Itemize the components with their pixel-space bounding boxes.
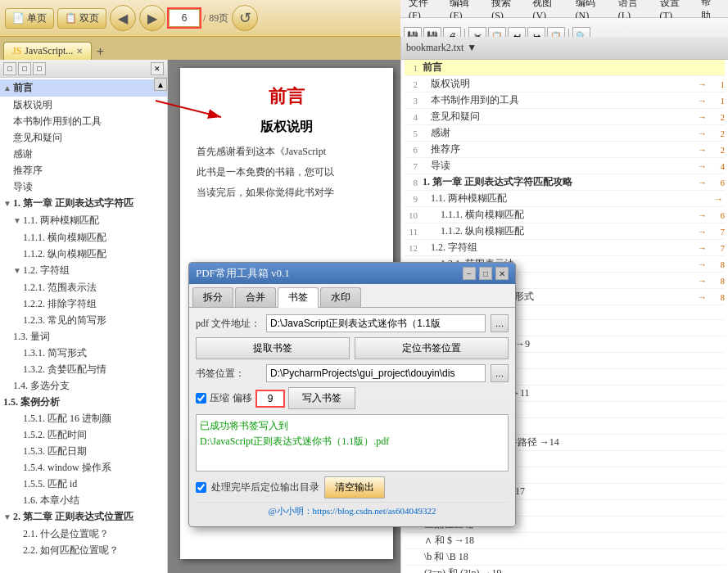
outline-tree-item[interactable]: 1.5. 案例分析: [0, 394, 167, 410]
clear-output-btn[interactable]: 清空输出: [324, 476, 385, 499]
bm-num: 6: [405, 145, 421, 155]
outline-tree-item[interactable]: 意见和疑问: [0, 129, 167, 146]
bookmark-list-item[interactable]: 111.1.2. 纵向模糊匹配→7: [405, 223, 725, 240]
offset-input[interactable]: [255, 390, 285, 408]
outline-tree-item[interactable]: 1.3.1. 简写形式: [0, 345, 167, 361]
pdf-path-label: pdf 文件地址：: [196, 317, 261, 331]
dialog-maximize-btn[interactable]: □: [479, 267, 492, 280]
outline-tree-item[interactable]: 本书制作用到的工具: [0, 113, 167, 129]
bm-page: 8: [708, 292, 725, 302]
bm-arrow: →: [698, 79, 707, 89]
outline-tree-item[interactable]: 2.1. 什么是位置呢？: [0, 526, 167, 542]
dialog-tab-split[interactable]: 拆分: [192, 287, 233, 307]
right-panel-dropdown-icon[interactable]: ▼: [467, 42, 477, 54]
bookmark-list-item[interactable]: 3本书制作用到的工具→1: [405, 92, 725, 109]
post-process-checkbox[interactable]: [196, 482, 206, 493]
page-number-input[interactable]: [169, 9, 200, 27]
single-page-btn[interactable]: 📄 单页: [5, 8, 54, 29]
dialog-close-btn[interactable]: ✕: [495, 267, 509, 280]
outline-tree-item[interactable]: 感谢: [0, 146, 167, 162]
bookmark-list-item[interactable]: \b 和 \B 18: [405, 549, 725, 566]
refresh-btn[interactable]: ↺: [232, 5, 258, 31]
outline-tree-item[interactable]: ▲前言: [0, 79, 167, 97]
outline-tree-item[interactable]: 导读: [0, 178, 167, 195]
outline-tree-item[interactable]: 推荐序: [0, 162, 167, 178]
outline-header: □ □ □ ✕: [0, 60, 167, 78]
bookmark-list-item[interactable]: 91.1. 两种模糊匹配→: [405, 191, 725, 207]
dialog-tab-merge[interactable]: 合并: [235, 287, 276, 307]
outline-tree-item[interactable]: ▼1. 第一章 正则表达式字符匹: [0, 195, 167, 212]
outline-close-btn[interactable]: ✕: [151, 62, 164, 75]
outline-tree-item[interactable]: 1.6. 本章小结: [0, 492, 167, 508]
outline-tree-item[interactable]: 1.3. 量词: [0, 328, 167, 345]
bm-num: 1: [405, 63, 421, 73]
tree-toggle-icon: ▼: [3, 512, 11, 521]
outline-scroll-up[interactable]: ▲: [154, 78, 167, 91]
outline-icon-1[interactable]: □: [3, 62, 16, 75]
outline-icon-2[interactable]: □: [18, 62, 31, 75]
compress-checkbox[interactable]: [196, 393, 206, 404]
tab-add-btn[interactable]: +: [92, 43, 108, 60]
post-process-row: 处理完毕后定位输出目录 清空输出: [196, 476, 509, 499]
pdf-path-browse-btn[interactable]: …: [491, 314, 509, 332]
tree-toggle-icon: ▲: [3, 83, 11, 92]
outline-tree-item[interactable]: 1.4. 多选分支: [0, 377, 167, 394]
outline-tree-item[interactable]: 1.5.1. 匹配 16 进制颜: [0, 410, 167, 426]
double-page-icon: 📋: [65, 12, 77, 24]
outline-tree-item[interactable]: 1.2.2. 排除字符组: [0, 296, 167, 312]
bookmark-list-item[interactable]: 4意见和疑问→2: [405, 109, 725, 125]
bm-text: 意见和疑问: [421, 109, 696, 124]
bookmark-list-item[interactable]: 7导读→4: [405, 158, 725, 174]
output-line-2: D:\JavaScript正则表达式迷你书（1.1版）.pdf: [200, 434, 504, 449]
bm-page: 6: [708, 178, 725, 187]
bookmark-list-item[interactable]: ∧ 和 $ →18: [405, 533, 725, 549]
outline-tree-item[interactable]: 1.2.1. 范围表示法: [0, 279, 167, 296]
next-page-btn[interactable]: ▶: [139, 5, 165, 31]
bm-text: 版权说明: [421, 76, 696, 92]
bookmark-list-item[interactable]: (?=p) 和 (?!p) →19: [405, 566, 725, 573]
outline-tree-item[interactable]: 1.1.1. 横向模糊匹配: [0, 229, 167, 246]
bookmark-list-item[interactable]: 6推荐序→2: [405, 142, 725, 158]
dialog-tab-bookmark[interactable]: 书签: [278, 287, 319, 308]
compress-label: 压缩: [210, 391, 229, 405]
bookmark-pos-browse-btn[interactable]: …: [491, 364, 509, 382]
tab-close-btn[interactable]: ✕: [76, 47, 83, 56]
bm-text: 本书制作用到的工具: [421, 92, 696, 108]
bookmark-list-item[interactable]: 5感谢→2: [405, 125, 725, 142]
prev-page-btn[interactable]: ◀: [110, 5, 136, 31]
outline-tree-item[interactable]: ▼2. 第二章 正则表达式位置匹: [0, 508, 167, 526]
locate-bookmark-btn[interactable]: 定位书签位置: [355, 337, 509, 359]
outline-tree-item[interactable]: 1.5.3. 匹配日期: [0, 443, 167, 459]
outline-tree-item[interactable]: 1.5.4. window 操作系: [0, 459, 167, 476]
tree-item-text: 1.4. 多选分支: [13, 380, 70, 391]
bookmark-list-item[interactable]: 1前言: [405, 60, 725, 76]
bm-arrow: →: [698, 129, 707, 138]
outline-tree-item[interactable]: 版权说明: [0, 97, 167, 113]
outline-tree-item[interactable]: 1.2.3. 常见的简写形: [0, 312, 167, 328]
dialog-tab-watermark[interactable]: 水印: [320, 287, 361, 307]
double-page-btn[interactable]: 📋 双页: [57, 8, 106, 29]
outline-tree-item[interactable]: ▼1.1. 两种模糊匹配: [0, 212, 167, 229]
write-bookmark-btn[interactable]: 写入书签: [288, 387, 355, 409]
outline-tree-item[interactable]: ▼1.2. 字符组: [0, 262, 167, 279]
outline-icon-3[interactable]: □: [33, 62, 46, 75]
outline-tree-item[interactable]: 1.1.2. 纵向模糊匹配: [0, 246, 167, 262]
pdf-path-input[interactable]: [266, 314, 486, 332]
bm-text: 1. 第一章 正则表达式字符匹配攻略: [421, 174, 696, 190]
tree-item-text: 导读: [13, 181, 33, 192]
outline-tree-item[interactable]: 1.5.5. 匹配 id: [0, 476, 167, 492]
tab-javascript[interactable]: JS JavaScript... ✕: [3, 42, 92, 60]
dialog-minimize-btn[interactable]: −: [463, 267, 476, 280]
bookmark-list-item[interactable]: 121.2. 字符组→7: [405, 240, 725, 256]
outline-tree-item[interactable]: 1.5.2. 匹配时间: [0, 426, 167, 443]
bm-arrow: →: [698, 292, 707, 302]
tree-item-text: 前言: [13, 82, 33, 93]
outline-tree-item[interactable]: 1.3.2. 贪婪匹配与情: [0, 361, 167, 377]
bookmark-pos-input[interactable]: [266, 364, 486, 382]
bookmark-list-item[interactable]: 101.1.1. 横向模糊匹配→6: [405, 207, 725, 223]
extract-bookmark-btn[interactable]: 提取书签: [196, 337, 350, 359]
bookmark-list-item[interactable]: 2版权说明→1: [405, 76, 725, 92]
outline-tree-item[interactable]: 2.2. 如何匹配位置呢？: [0, 542, 167, 558]
bm-num: 7: [405, 161, 421, 171]
bookmark-list-item[interactable]: 81. 第一章 正则表达式字符匹配攻略→6: [405, 174, 725, 191]
